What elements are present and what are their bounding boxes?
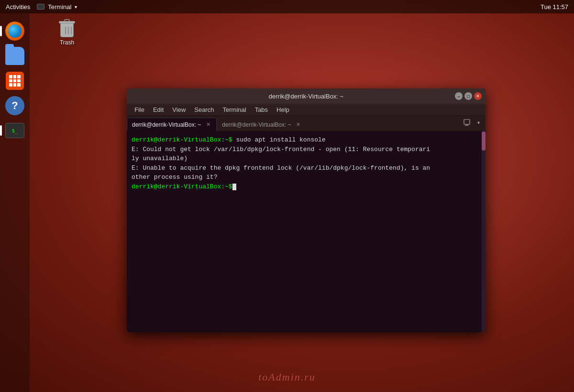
terminal-line-4: E: Unable to acquire the dpkg frontend l…: [132, 163, 481, 173]
tab-1[interactable]: derrik@derrik-VirtualBox: ~ ✕: [127, 118, 217, 131]
tab-1-close[interactable]: ✕: [205, 121, 211, 128]
titlebar-controls: – □ ✕: [455, 92, 482, 100]
terminal-scrollbar[interactable]: [482, 131, 486, 332]
dock-item-terminal[interactable]: $_: [4, 120, 26, 142]
terminal-app-icon: [37, 4, 44, 10]
menu-search[interactable]: Search: [190, 105, 218, 114]
chevron-down-icon: ▾: [477, 120, 480, 125]
files-icon: [5, 47, 24, 65]
terminal-line-3: ly unavailable): [132, 154, 481, 163]
menu-edit[interactable]: Edit: [149, 105, 167, 114]
dock: ? $_: [0, 13, 30, 392]
appgrid-icon: [6, 72, 24, 90]
minimize-button[interactable]: –: [455, 92, 463, 100]
watermark: toAdmin.ru: [258, 371, 316, 383]
trash-lines: [65, 27, 72, 34]
screen-icon: [464, 119, 470, 126]
dock-item-help[interactable]: ?: [4, 95, 26, 117]
text-cursor: [232, 184, 236, 190]
terminal-menubar: File Edit View Search Terminal Tabs Help: [127, 104, 486, 116]
prompt-1: derrik@derrik-VirtualBox:~$: [132, 136, 232, 143]
activities-button[interactable]: Activities: [6, 3, 30, 11]
trash-body: [60, 23, 74, 37]
close-icon: ✕: [476, 94, 480, 98]
terminal-title: derrik@derrik-VirtualBox: ~: [269, 93, 343, 100]
terminal-line-1: derrik@derrik-VirtualBox:~$ sudo apt ins…: [132, 135, 481, 145]
terminal-dock-icon: $_: [5, 123, 24, 138]
prompt-2: derrik@derrik-VirtualBox:~$: [132, 183, 232, 190]
menu-help[interactable]: Help: [273, 105, 293, 114]
top-bar: Activities Terminal ▾ Tue 11:57: [0, 0, 574, 13]
tab-2-label: derrik@derrik-VirtualBox: ~: [222, 121, 291, 128]
trash-bin-graphic: [58, 19, 76, 37]
command-1: sudo apt install konsole: [232, 136, 326, 143]
trash-desktop-icon[interactable]: Trash: [48, 19, 86, 46]
tab-1-label: derrik@derrik-VirtualBox: ~: [132, 121, 201, 128]
menu-tabs[interactable]: Tabs: [251, 105, 272, 114]
terminal-titlebar: derrik@derrik-VirtualBox: ~ – □ ✕: [127, 88, 486, 104]
new-tab-button[interactable]: [462, 117, 472, 128]
tabs-controls: ▾: [462, 117, 484, 128]
top-bar-left: Activities Terminal ▾: [6, 3, 77, 11]
terminal-content[interactable]: derrik@derrik-VirtualBox:~$ sudo apt ins…: [127, 131, 486, 332]
help-icon: ?: [5, 96, 24, 115]
svg-rect-0: [464, 120, 470, 124]
terminal-line-5: other process using it?: [132, 173, 481, 182]
dock-item-firefox[interactable]: [4, 20, 26, 42]
menu-file[interactable]: File: [131, 105, 148, 114]
terminal-line-6: derrik@derrik-VirtualBox:~$: [132, 182, 481, 192]
clock: Tue 11:57: [541, 3, 568, 11]
scrollbar-thumb[interactable]: [482, 131, 486, 151]
dock-item-files[interactable]: [4, 45, 26, 67]
terminal-window: derrik@derrik-VirtualBox: ~ – □ ✕ File E…: [127, 88, 486, 332]
firefox-icon: [5, 22, 24, 41]
terminal-app-menu[interactable]: Terminal ▾: [37, 3, 77, 11]
menu-terminal[interactable]: Terminal: [219, 105, 250, 114]
terminal-tabs-bar: derrik@derrik-VirtualBox: ~ ✕ derrik@der…: [127, 116, 486, 131]
terminal-app-arrow: ▾: [75, 4, 77, 10]
tab-2[interactable]: derrik@derrik-VirtualBox: ~ ✕: [217, 118, 307, 131]
maximize-button[interactable]: □: [464, 92, 472, 100]
close-button[interactable]: ✕: [474, 92, 482, 100]
terminal-line-2: E: Could not get lock /var/lib/dpkg/lock…: [132, 145, 481, 154]
menu-view[interactable]: View: [168, 105, 189, 114]
tab-dropdown-button[interactable]: ▾: [473, 117, 484, 128]
trash-label: Trash: [60, 39, 74, 46]
tab-2-close[interactable]: ✕: [295, 121, 302, 128]
terminal-app-label: Terminal: [48, 3, 71, 11]
minimize-icon: –: [457, 94, 460, 99]
maximize-icon: □: [467, 94, 470, 99]
appgrid-grid: [9, 75, 21, 87]
dock-item-appgrid[interactable]: [4, 70, 26, 92]
